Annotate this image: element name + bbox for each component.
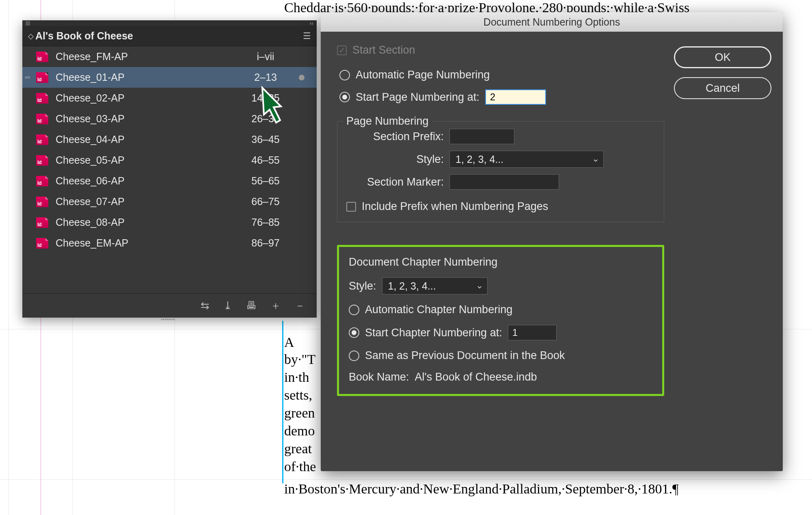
collapse-icon[interactable]: ‹‹	[310, 21, 313, 25]
start-chapter-radio[interactable]	[349, 327, 359, 338]
book-doc-row[interactable]: Cheese_EM-AP 86–97	[22, 233, 317, 253]
doc-range: 86–97	[241, 237, 290, 249]
start-page-input[interactable]	[485, 89, 546, 105]
book-doc-row[interactable]: ▫▫ Cheese_01-AP 2–13	[22, 67, 317, 88]
sort-icon[interactable]: ◇	[28, 32, 32, 41]
section-prefix-input[interactable]	[449, 129, 514, 144]
doc-range: 26–35	[241, 113, 290, 125]
panel-grip[interactable]	[137, 319, 198, 323]
status-dot	[299, 75, 304, 80]
doc-text: by·"T	[284, 352, 315, 367]
start-section-row: Start Section	[337, 44, 664, 56]
indesign-doc-icon	[36, 93, 48, 104]
book-doc-row[interactable]: Cheese_03-AP 26–35	[22, 108, 317, 129]
panel-footer: ⇆ ⤓ 🖶 ＋ －	[22, 293, 317, 318]
section-marker-label: Section Marker:	[346, 176, 444, 188]
book-doc-row[interactable]: Cheese_08-AP 76–85	[22, 212, 317, 233]
page-numbering-legend: Page Numbering	[343, 115, 432, 128]
doc-range: 66–75	[241, 196, 290, 208]
doc-text: in·th	[284, 370, 309, 385]
same-prev-row[interactable]: Same as Previous Document in the Book	[349, 349, 652, 362]
include-prefix-row[interactable]: Include Prefix when Numbering Pages	[346, 200, 655, 213]
chapter-style-value: 1, 2, 3, 4...	[388, 280, 436, 292]
doc-name: Cheese_08-AP	[56, 216, 234, 228]
auto-page-label: Automatic Page Numbering	[356, 69, 490, 81]
ok-button[interactable]: OK	[674, 46, 771, 68]
same-prev-radio[interactable]	[349, 351, 359, 361]
numbering-dialog: Document Numbering Options Start Section…	[321, 12, 783, 471]
doc-text: demo	[284, 423, 315, 439]
panel-menu-icon[interactable]: ☰	[303, 31, 311, 41]
start-page-row[interactable]: Start Page Numbering at:	[339, 89, 664, 105]
section-marker-input[interactable]	[449, 174, 559, 190]
book-doc-row[interactable]: Cheese_FM-AP i–vii	[22, 46, 317, 67]
book-doc-row[interactable]: Cheese_05-AP 46–55	[22, 150, 317, 171]
book-doc-row[interactable]: Cheese_04-AP 36–45	[22, 129, 317, 150]
guide	[0, 479, 812, 480]
dialog-title[interactable]: Document Numbering Options	[321, 12, 783, 32]
remove-icon[interactable]: －	[295, 299, 305, 313]
doc-range: 76–85	[241, 216, 290, 228]
auto-chapter-row[interactable]: Automatic Chapter Numbering	[349, 303, 652, 316]
start-page-radio[interactable]	[339, 92, 350, 102]
doc-name: Cheese_07-AP	[56, 196, 234, 208]
doc-name: Cheese_01-AP	[56, 71, 234, 83]
doc-name: Cheese_04-AP	[56, 134, 234, 145]
chapter-style-select[interactable]: 1, 2, 3, 4...	[382, 277, 488, 294]
style-label: Style:	[346, 153, 444, 166]
doc-name: Cheese_03-AP	[56, 113, 234, 125]
book-doc-row[interactable]: Cheese_07-AP 66–75	[22, 191, 317, 212]
book-doc-list: Cheese_FM-AP i–vii ▫▫ Cheese_01-AP 2–13 …	[22, 46, 317, 293]
panel-tabbar: ◇ Al's Book of Cheese ☰	[22, 26, 317, 46]
indesign-doc-icon	[36, 155, 48, 166]
indesign-doc-icon	[36, 134, 48, 145]
doc-range: 46–55	[241, 154, 290, 166]
sync-icon[interactable]: ⇆	[201, 299, 209, 312]
start-page-label: Start Page Numbering at:	[356, 91, 479, 104]
chapter-numbering-section: Document Chapter Numbering Style: 1, 2, …	[337, 245, 664, 396]
doc-name: Cheese_05-AP	[56, 154, 234, 166]
save-icon[interactable]: ⤓	[223, 299, 232, 312]
doc-range: i–vii	[241, 51, 290, 63]
start-chapter-label: Start Chapter Numbering at:	[365, 327, 502, 339]
guide	[8, 0, 9, 515]
book-doc-row[interactable]: Cheese_02-AP 14–25	[22, 88, 317, 108]
doc-range: 36–45	[241, 134, 290, 145]
doc-text: A	[284, 335, 294, 350]
auto-page-radio[interactable]	[339, 70, 350, 80]
include-prefix-checkbox[interactable]	[346, 202, 356, 212]
doc-name: Cheese_06-AP	[56, 175, 234, 187]
doc-text: of·the	[284, 459, 316, 474]
doc-name: Cheese_EM-AP	[56, 237, 234, 249]
book-name-row: Book Name: Al's Book of Cheese.indb	[349, 371, 652, 383]
start-chapter-row[interactable]: Start Chapter Numbering at:	[349, 325, 652, 340]
print-icon[interactable]: 🖶	[246, 299, 257, 312]
doc-text: in·Boston's·Mercury·and·New·England·Pall…	[284, 481, 808, 497]
doc-text: great	[284, 441, 312, 457]
close-icon[interactable]	[26, 21, 30, 26]
indesign-doc-icon	[36, 217, 48, 228]
doc-name: Cheese_02-AP	[56, 92, 234, 104]
book-doc-row[interactable]: Cheese_06-AP 56–65	[22, 171, 317, 191]
page-style-value: 1, 2, 3, 4...	[456, 154, 503, 165]
book-name-value: Al's Book of Cheese.indb	[415, 371, 537, 383]
indesign-doc-icon	[36, 52, 48, 62]
doc-range: 56–65	[241, 175, 290, 187]
indesign-doc-icon	[36, 176, 48, 186]
section-prefix-label: Section Prefix:	[346, 130, 444, 143]
page-style-select[interactable]: 1, 2, 3, 4...	[449, 151, 604, 168]
include-prefix-label: Include Prefix when Numbering Pages	[362, 200, 548, 213]
book-name-label: Book Name:	[349, 371, 409, 383]
doc-text: green	[284, 405, 315, 421]
auto-chapter-radio[interactable]	[349, 305, 359, 315]
frame-edge	[282, 321, 283, 483]
cancel-button[interactable]: Cancel	[674, 77, 771, 99]
doc-range: 2–13	[241, 71, 290, 83]
panel-topbar: ‹‹	[22, 20, 317, 26]
auto-page-row[interactable]: Automatic Page Numbering	[339, 69, 664, 81]
start-chapter-input[interactable]	[508, 325, 557, 340]
add-icon[interactable]: ＋	[270, 299, 281, 313]
indesign-doc-icon	[36, 72, 48, 83]
indesign-doc-icon	[36, 238, 48, 249]
page-numbering-fieldset: Page Numbering Section Prefix: Style: 1,…	[337, 121, 664, 222]
